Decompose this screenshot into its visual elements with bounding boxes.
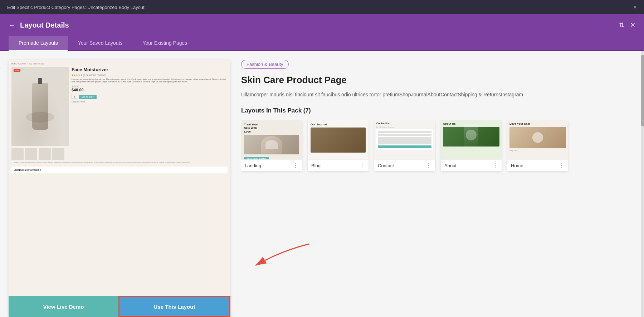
breadcrumb-text: HOME / FASHION / FACE MOISTURIZER xyxy=(11,63,228,65)
card-contact-menu[interactable]: ⋮ xyxy=(426,163,431,168)
card-landing-inner: Treat YourSkin WithLove Shop Your Favori… xyxy=(241,120,302,159)
card-landing-image xyxy=(244,135,299,154)
card-about-menu[interactable]: ⋮ xyxy=(492,163,498,168)
card-blog-title: Our Journal xyxy=(311,123,366,126)
preview-buttons: View Live Demo Use This Layout xyxy=(9,296,230,317)
card-contact-preview: Contact Us Divi Shop About Shipping xyxy=(374,120,435,159)
card-contact-nav: Divi Shop About Shipping xyxy=(376,126,433,128)
add-to-cart-btn[interactable]: ADD TO CART xyxy=(79,95,97,99)
product-preview: HOME / FASHION / FACE MOISTURIZER Sale! xyxy=(9,60,230,296)
card-about-footer: About ⋮ xyxy=(441,159,502,171)
product-info: Face Moisturizer ★★★★★ (3 customer revie… xyxy=(72,67,228,160)
card-landing-menu[interactable]: ⋮ xyxy=(293,163,298,168)
tab-premade-layouts[interactable]: Premade Layouts xyxy=(9,36,68,51)
use-this-layout-button[interactable]: Use This Layout xyxy=(118,296,230,317)
card-blog-menu[interactable]: ⋮ xyxy=(359,163,365,168)
tabs-container: Premade Layouts Your Saved Layouts Your … xyxy=(0,36,644,51)
card-home-name: Home xyxy=(511,163,523,168)
modal-header-left: ← Layout Details xyxy=(9,21,69,29)
card-blog-inner: Our Journal xyxy=(308,120,369,155)
price-old: $48.00 xyxy=(72,85,228,88)
price-current: $40.00 xyxy=(72,88,228,92)
thumb-3[interactable] xyxy=(39,148,51,160)
layout-card-blog[interactable]: Our Journal Blog ⋮ xyxy=(308,120,369,171)
pack-title: Layouts In This Pack (7) xyxy=(241,107,633,114)
tab-existing-pages[interactable]: Your Existing Pages xyxy=(133,36,197,51)
card-landing-footer: Landing ⋮ xyxy=(241,159,302,171)
card-about-image xyxy=(443,127,499,147)
thumb-1[interactable] xyxy=(11,148,24,160)
card-landing-preview: Treat YourSkin WithLove Shop Your Favori… xyxy=(241,120,302,159)
card-landing-name: Landing xyxy=(245,163,261,168)
back-icon[interactable]: ← xyxy=(9,21,16,29)
product-title: Face Moisturizer xyxy=(72,67,228,72)
bottle-shadow xyxy=(26,112,54,123)
modal: ← Layout Details ⇅ ✕ Premade Layouts You… xyxy=(0,14,644,317)
card-home-inner: Love Your Skin Why Divi? xyxy=(507,120,568,154)
layout-description: Ullamcorper mauris nisl tincidunt sit fa… xyxy=(241,91,633,99)
product-thumbnails xyxy=(11,148,69,160)
layout-card-about[interactable]: About Us About ⋮ xyxy=(441,120,502,171)
card-contact-form xyxy=(376,129,433,150)
card-home-menu[interactable]: ⋮ xyxy=(559,163,565,168)
card-home-footer: Home ⋮ xyxy=(507,159,568,171)
category-badge: Fashion & Beauty xyxy=(241,60,289,69)
card-about-preview: About Us xyxy=(441,120,502,159)
layout-title: Skin Care Product Page xyxy=(241,75,633,86)
modal-header-right: ⇅ ✕ xyxy=(619,21,635,29)
product-stars: ★★★★★ (3 customer reviews) xyxy=(72,74,228,77)
sale-badge: Sale! xyxy=(14,69,20,72)
thumb-2[interactable] xyxy=(25,148,37,160)
layout-card-landing[interactable]: Treat YourSkin WithLove Shop Your Favori… xyxy=(241,120,302,171)
content-area: HOME / FASHION / FACE MOISTURIZER Sale! xyxy=(0,51,644,317)
card-blog-preview: Our Journal xyxy=(308,120,369,159)
product-image-area: Sale! xyxy=(11,67,69,146)
card-blog-image xyxy=(311,128,366,153)
product-category: Category: Primer xyxy=(72,101,228,103)
card-contact-inner: Contact Us Divi Shop About Shipping xyxy=(374,120,435,152)
card-about-inner: About Us xyxy=(441,120,502,149)
card-about-name: About xyxy=(444,163,457,168)
view-live-demo-button[interactable]: View Live Demo xyxy=(9,296,118,317)
layouts-grid: Treat YourSkin WithLove Shop Your Favori… xyxy=(241,120,633,176)
sort-icon[interactable]: ⇅ xyxy=(619,21,624,29)
product-main: Sale! xyxy=(11,67,228,160)
tab-saved-layouts[interactable]: Your Saved Layouts xyxy=(68,36,133,51)
title-bar-close[interactable]: × xyxy=(633,4,637,11)
info-panel: Fashion & Beauty Skin Care Product Page … xyxy=(230,51,644,317)
layout-card-home[interactable]: Love Your Skin Why Divi? Home ⋮ xyxy=(507,120,568,171)
card-contact-name: Contact xyxy=(378,163,394,168)
additional-info: Additional information xyxy=(11,167,228,173)
modal-close-icon[interactable]: ✕ xyxy=(630,21,635,29)
red-arrow-annotation xyxy=(245,237,316,274)
quantity-input[interactable]: 1 xyxy=(72,94,77,99)
card-home-preview: Love Your Skin Why Divi? xyxy=(507,120,568,159)
product-description: Lorem eu nisl massa dui faucibus enim ve… xyxy=(72,78,228,83)
product-bottom-text: Lorem eu nisl massa dui faucibus enim ve… xyxy=(11,160,228,165)
card-contact-footer: Contact ⋮ xyxy=(374,159,435,171)
card-home-title: Love Your Skin xyxy=(509,122,566,125)
modal-title: Layout Details xyxy=(20,21,69,29)
title-bar-text: Edit Specific Product Category Pages: Un… xyxy=(7,5,145,10)
card-landing-btn: Shop Your Favorites xyxy=(244,157,269,159)
scroll-thumb[interactable] xyxy=(641,55,644,126)
scrollbar[interactable] xyxy=(641,51,644,317)
card-blog-name: Blog xyxy=(311,163,321,168)
title-bar: Edit Specific Product Category Pages: Un… xyxy=(0,0,644,14)
card-landing-title: Treat YourSkin WithLove xyxy=(244,123,299,133)
card-blog-footer: Blog ⋮ xyxy=(308,159,369,171)
preview-image: HOME / FASHION / FACE MOISTURIZER Sale! xyxy=(9,60,230,296)
preview-panel: HOME / FASHION / FACE MOISTURIZER Sale! xyxy=(9,60,230,317)
card-home-image xyxy=(509,127,566,148)
layout-card-contact[interactable]: Contact Us Divi Shop About Shipping xyxy=(374,120,435,171)
product-bottle xyxy=(32,83,48,130)
thumb-4[interactable] xyxy=(52,148,64,160)
modal-header: ← Layout Details ⇅ ✕ xyxy=(0,14,644,36)
